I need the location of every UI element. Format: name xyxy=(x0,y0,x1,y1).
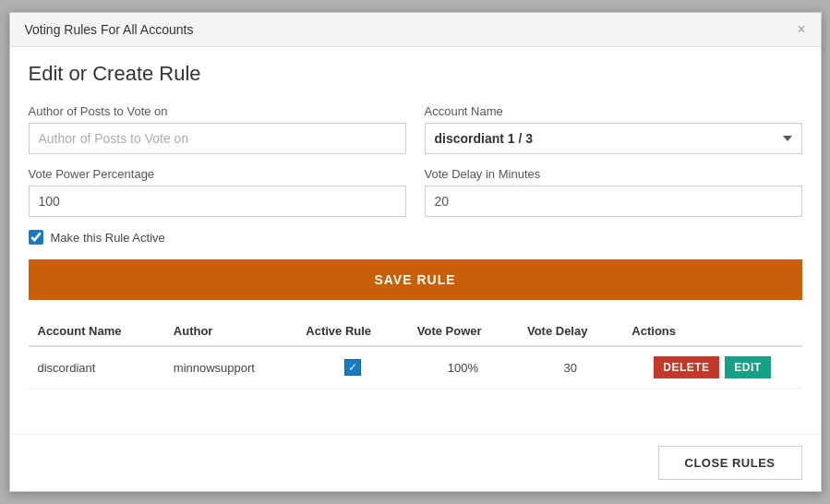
account-group: Account Name discordiant 1 / 3 xyxy=(425,104,802,154)
vote-power-group: Vote Power Percentage xyxy=(29,167,406,217)
col-header-author: Author xyxy=(164,317,296,346)
row-vote-power: 100% xyxy=(408,346,518,389)
close-rules-button[interactable]: CLOSE RULES xyxy=(658,446,802,480)
table-body: discordiant minnowsupport ✓ 100% 30 DELE… xyxy=(29,346,802,389)
col-header-account: Account Name xyxy=(29,317,164,346)
row-vote-delay: 30 xyxy=(518,346,622,389)
active-rule-checkbox[interactable] xyxy=(29,230,43,245)
table-header-row: Account Name Author Active Rule Vote Pow… xyxy=(29,317,802,346)
author-label: Author of Posts to Vote on xyxy=(29,104,406,118)
row-active: ✓ xyxy=(296,346,407,389)
col-header-vote-delay: Vote Delay xyxy=(518,317,622,346)
table-row: discordiant minnowsupport ✓ 100% 30 DELE… xyxy=(29,346,802,389)
form-row-1: Author of Posts to Vote on Account Name … xyxy=(29,104,802,154)
active-rule-row: Make this Rule Active xyxy=(29,230,802,245)
vote-delay-group: Vote Delay in Minutes xyxy=(425,167,802,217)
active-check-icon: ✓ xyxy=(344,359,361,376)
delete-button[interactable]: DELETE xyxy=(654,356,718,378)
col-header-vote-power: Vote Power xyxy=(408,317,518,346)
account-select[interactable]: discordiant 1 / 3 xyxy=(425,123,802,154)
save-rule-button[interactable]: SAVE RULE xyxy=(29,259,802,300)
vote-delay-label: Vote Delay in Minutes xyxy=(425,167,802,181)
account-label: Account Name xyxy=(425,104,802,118)
section-title: Edit or Create Rule xyxy=(29,62,802,86)
vote-power-input[interactable] xyxy=(29,186,406,217)
modal-overlay: Voting Rules For All Accounts × Edit or … xyxy=(0,0,830,504)
table-head: Account Name Author Active Rule Vote Pow… xyxy=(29,317,802,346)
rules-table: Account Name Author Active Rule Vote Pow… xyxy=(29,317,802,389)
row-account: discordiant xyxy=(29,346,164,389)
author-input[interactable] xyxy=(29,123,406,154)
col-header-actions: Actions xyxy=(622,317,801,346)
edit-button[interactable]: EDIT xyxy=(725,356,770,378)
active-rule-label[interactable]: Make this Rule Active xyxy=(51,231,165,245)
row-actions: DELETE EDIT xyxy=(622,346,801,389)
form-row-2: Vote Power Percentage Vote Delay in Minu… xyxy=(29,167,802,217)
author-group: Author of Posts to Vote on xyxy=(29,104,406,154)
vote-delay-input[interactable] xyxy=(425,186,802,217)
col-header-active: Active Rule xyxy=(296,317,407,346)
modal-dialog: Voting Rules For All Accounts × Edit or … xyxy=(9,12,822,492)
row-author: minnowsupport xyxy=(164,346,296,389)
modal-footer: CLOSE RULES xyxy=(10,434,821,491)
modal-header: Voting Rules For All Accounts × xyxy=(10,13,821,47)
vote-power-label: Vote Power Percentage xyxy=(29,167,406,181)
modal-close-button[interactable]: × xyxy=(797,22,805,37)
modal-body: Edit or Create Rule Author of Posts to V… xyxy=(10,47,821,434)
modal-title: Voting Rules For All Accounts xyxy=(25,22,194,37)
